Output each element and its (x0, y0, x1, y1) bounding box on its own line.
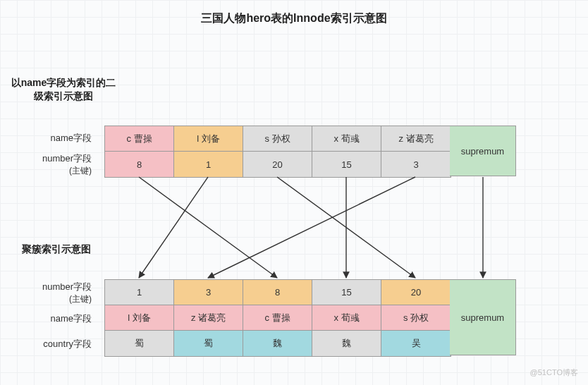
clustered-country-cell: 魏 (312, 331, 381, 356)
diagram-title: 三国人物hero表的Innode索引示意图 (0, 11, 588, 26)
clustered-number-cell: 3 (174, 280, 243, 305)
clustered-row-name: l 刘备z 诸葛亮c 曹操x 荀彧s 孙权 (105, 305, 451, 331)
secondary-number-cell: 1 (174, 152, 243, 177)
clustered-number-cell: 8 (243, 280, 312, 305)
secondary-name-cell: x 荀彧 (312, 126, 381, 152)
secondary-index-heading: 以name字段为索引的二级索引示意图 (7, 76, 120, 103)
clustered-country-cell: 吴 (381, 331, 451, 356)
clustered-number-cell: 15 (312, 280, 381, 305)
secondary-supremum-cell: supremum (450, 126, 516, 176)
secondary-index-table: c 曹操l 刘备s 孙权x 荀彧z 诸葛亮 8120153 (104, 126, 451, 178)
clustered-supremum-cell: supremum (450, 279, 516, 355)
secondary-number-cell: 15 (312, 152, 381, 177)
clustered-name-cell: l 刘备 (105, 305, 174, 331)
secondary-number-cell: 3 (381, 152, 451, 177)
clustered-row-country: 蜀蜀魏魏吴 (105, 331, 451, 356)
secondary-name-cell: z 诸葛亮 (381, 126, 451, 152)
pointer-arrow (139, 177, 277, 278)
clustered-name-cell: s 孙权 (381, 305, 451, 331)
secondary-name-cell: s 孙权 (243, 126, 312, 152)
clustered-index-table: 1381520 l 刘备z 诸葛亮c 曹操x 荀彧s 孙权 蜀蜀魏魏吴 (104, 279, 451, 357)
pointer-arrow (139, 177, 208, 278)
watermark: @51CTO博客 (530, 367, 578, 378)
clustered-name-cell: z 诸葛亮 (174, 305, 243, 331)
clustered-name-cell: c 曹操 (243, 305, 312, 331)
clustered-row-label-country: country字段 (7, 338, 92, 350)
secondary-number-cell: 8 (105, 152, 174, 177)
clustered-index-heading: 聚簇索引示意图 (0, 243, 113, 256)
secondary-number-cell: 20 (243, 152, 312, 177)
secondary-row-label-name: name字段 (7, 132, 92, 145)
secondary-row-name: c 曹操l 刘备s 孙权x 荀彧z 诸葛亮 (105, 126, 451, 152)
clustered-number-cell: 1 (105, 280, 174, 305)
clustered-country-cell: 蜀 (174, 331, 243, 356)
secondary-row-label-number: number字段(主键) (7, 152, 92, 177)
secondary-name-cell: c 曹操 (105, 126, 174, 152)
clustered-row-number: 1381520 (105, 280, 451, 305)
clustered-name-cell: x 荀彧 (312, 305, 381, 331)
clustered-number-cell: 20 (381, 280, 451, 305)
clustered-row-label-name: name字段 (7, 312, 92, 325)
secondary-row-number: 8120153 (105, 152, 451, 177)
clustered-country-cell: 魏 (243, 331, 312, 356)
clustered-row-label-number: number字段(主键) (7, 281, 92, 305)
pointer-arrow (277, 177, 415, 278)
clustered-country-cell: 蜀 (105, 331, 174, 356)
secondary-name-cell: l 刘备 (174, 126, 243, 152)
pointer-arrow (208, 177, 415, 278)
